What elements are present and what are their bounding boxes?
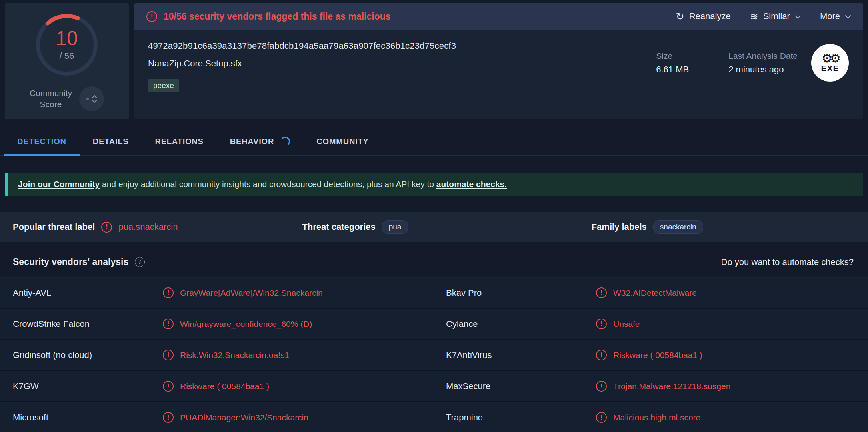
file-tags: peexe <box>148 79 632 92</box>
file-name: NanaZip.Core.Setup.sfx <box>148 58 632 69</box>
file-size-block: Size 6.61 MB <box>656 51 704 75</box>
vendor-result: Risk.Win32.Snackarcin.oa!s1 <box>163 350 446 360</box>
more-button[interactable]: More <box>820 11 851 22</box>
automate-checks-link[interactable]: automate checks. <box>436 179 507 189</box>
header-area: 10 / 56 CommunityScore 10/56 security ve… <box>0 0 868 119</box>
badge-peexe[interactable]: peexe <box>148 79 179 92</box>
vendor-result: Win/grayware_confidence_60% (D) <box>163 319 446 329</box>
alert-strip: 10/56 security vendors flagged this file… <box>134 3 863 30</box>
tab-relations[interactable]: RELATIONS <box>142 127 216 155</box>
tab-label: BEHAVIOR <box>230 137 274 146</box>
vendor-name: Microsoft <box>13 412 163 423</box>
reanalyze-icon: ↻ <box>676 12 684 22</box>
similar-icon: ≋ <box>750 12 758 22</box>
vendor-name: Cylance <box>446 319 596 329</box>
vendor-name: K7AntiVirus <box>446 350 596 360</box>
community-banner: Join our Community and enjoy additional … <box>5 173 863 196</box>
warning-icon <box>596 412 607 423</box>
banner-text: and enjoy additional community insights … <box>100 179 436 189</box>
info-icon[interactable] <box>135 257 145 267</box>
analysis-title: Security vendors' analysis <box>13 257 128 267</box>
score-total: / 56 <box>60 51 74 61</box>
vendor-name: Trapmine <box>446 412 596 423</box>
score-card: 10 / 56 CommunityScore <box>5 3 129 119</box>
vendor-name: Gridinsoft (no cloud) <box>13 350 163 360</box>
similar-button[interactable]: ≋ Similar <box>750 11 801 22</box>
vendor-name: K7GW <box>13 381 163 392</box>
tab-detection[interactable]: DETECTION <box>4 127 80 155</box>
warning-icon <box>163 319 174 329</box>
warning-icon <box>146 11 157 22</box>
warning-icon <box>163 287 174 298</box>
vendor-name: MaxSecure <box>446 381 596 392</box>
chevron-down-icon <box>845 15 851 19</box>
vote-down-icon[interactable] <box>92 100 97 103</box>
family-labels-label: Family labels <box>592 222 647 232</box>
badge-pua[interactable]: pua <box>382 220 408 234</box>
tab-behavior[interactable]: BEHAVIOR <box>217 127 303 155</box>
warning-icon <box>163 412 174 423</box>
automate-checks-prompt: Do you want to automate checks? <box>721 257 854 267</box>
divider <box>716 50 716 75</box>
vendor-result: Riskware ( 00584baa1 ) <box>163 381 446 392</box>
size-value: 6.61 MB <box>656 64 704 75</box>
divider <box>644 50 644 75</box>
warning-icon <box>163 350 174 360</box>
reanalyze-button[interactable]: ↻ Reanalyze <box>676 11 731 22</box>
warning-icon <box>163 381 174 392</box>
warning-icon <box>596 350 607 360</box>
vendor-result: W32.AIDetectMalware <box>596 287 868 298</box>
loading-spinner <box>280 137 290 146</box>
gears-icon: ⚙⚙ <box>822 52 838 64</box>
chevron-down-icon <box>795 15 801 19</box>
vendor-result: Riskware ( 00584baa1 ) <box>596 350 868 360</box>
analysis-header: Security vendors' analysis Do you want t… <box>0 242 868 277</box>
vendor-row: Antiy-AVL GrayWare[AdWare]/Win32.Snackar… <box>0 278 868 308</box>
warning-icon <box>101 222 112 233</box>
tab-label: DETECTION <box>17 137 66 146</box>
vendor-row: Microsoft PUADlManager:Win32/Snackarcin … <box>0 402 868 432</box>
vote-dot-icon <box>86 98 89 100</box>
vendor-result: Trojan.Malware.121218.susgen <box>596 381 868 392</box>
vendor-name: Bkav Pro <box>446 288 596 298</box>
alert-text: 10/56 security vendors flagged this file… <box>164 11 391 22</box>
vendor-result: GrayWare[AdWare]/Win32.Snackarcin <box>163 287 446 298</box>
detection-gauge: 10 / 56 <box>31 9 103 81</box>
popular-threat-label: Popular threat label <box>13 222 95 232</box>
vendor-row: CrowdStrike Falcon Win/grayware_confiden… <box>0 309 868 339</box>
vendors-table: Antiy-AVL GrayWare[AdWare]/Win32.Snackar… <box>0 277 868 432</box>
date-value: 2 minutes ago <box>728 64 798 75</box>
tab-label: DETAILS <box>93 137 129 146</box>
tab-bar: DETECTION DETAILS RELATIONS BEHAVIOR COM… <box>0 127 868 156</box>
vendor-name: CrowdStrike Falcon <box>13 319 163 329</box>
filetype-exe-icon: ⚙⚙ EXE <box>811 44 849 82</box>
vendor-row: K7GW Riskware ( 00584baa1 ) MaxSecure Tr… <box>0 371 868 401</box>
tab-community[interactable]: COMMUNITY <box>303 127 382 155</box>
family-labels-badges: snackarcin <box>653 220 703 234</box>
score-number: 10 <box>56 28 78 48</box>
tab-label: RELATIONS <box>155 137 203 146</box>
vendor-result: PUADlManager:Win32/Snackarcin <box>163 412 446 423</box>
vote-widget[interactable] <box>79 86 104 111</box>
tab-label: COMMUNITY <box>316 137 369 146</box>
tab-details[interactable]: DETAILS <box>80 127 142 155</box>
join-community-link[interactable]: Join our Community <box>18 179 100 189</box>
warning-icon <box>596 381 607 392</box>
warning-icon <box>596 287 607 298</box>
warning-icon <box>596 319 607 329</box>
vendor-name: Antiy-AVL <box>13 288 163 298</box>
date-label: Last Analysis Date <box>728 51 798 61</box>
file-hash: 4972a92b91c6a39a3137be78fabdcb194a5aa79a… <box>148 41 632 51</box>
badge-snackarcin[interactable]: snackarcin <box>653 220 703 234</box>
file-header-card: 10/56 security vendors flagged this file… <box>134 3 863 119</box>
threat-categories-badges: pua <box>382 220 408 234</box>
community-score-label: CommunityScore <box>30 88 72 110</box>
vote-up-icon[interactable] <box>92 95 97 98</box>
vendor-row: Gridinsoft (no cloud) Risk.Win32.Snackar… <box>0 340 868 370</box>
analysis-date-block: Last Analysis Date 2 minutes ago <box>728 51 798 75</box>
size-label: Size <box>656 51 704 61</box>
vendor-result: Malicious.high.ml.score <box>596 412 868 423</box>
threat-label-row: Popular threat label pua.snackarcin Thre… <box>0 212 868 242</box>
vendor-result: Unsafe <box>596 319 868 329</box>
popular-threat-value: pua.snackarcin <box>118 222 178 232</box>
